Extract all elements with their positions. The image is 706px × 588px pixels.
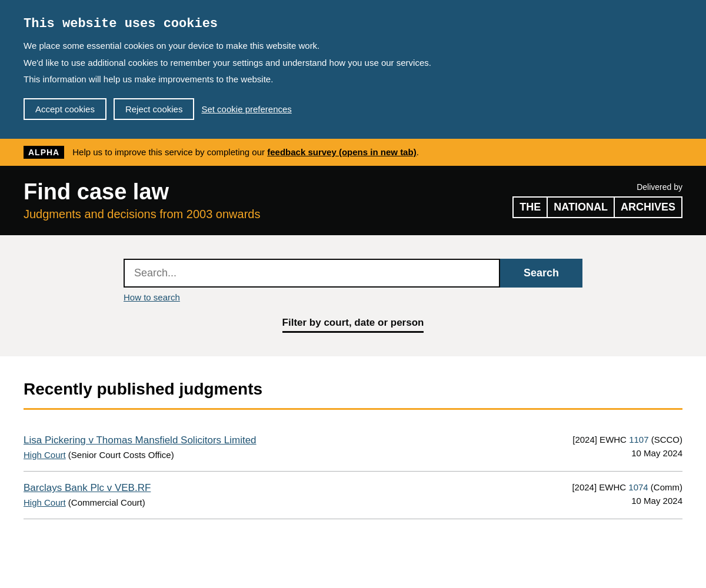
delivered-by-label: Delivered by [512, 182, 682, 192]
tna-the: THE [514, 198, 548, 217]
alpha-banner: ALPHA Help us to improve this service by… [0, 139, 706, 166]
feedback-survey-link[interactable]: feedback survey (opens in new tab) [267, 147, 416, 157]
judgment-item: Lisa Pickering v Thomas Mansfield Solici… [24, 424, 682, 472]
judgment-title-link[interactable]: Barclays Bank Plc v VEB.RF [24, 482, 151, 494]
site-title-block: Find case law Judgments and decisions fr… [24, 180, 260, 222]
cookie-line-1: We place some essential cookies on your … [24, 39, 682, 53]
site-subtitle: Judgments and decisions from 2003 onward… [24, 208, 260, 221]
judgments-section: Recently published judgments Lisa Picker… [0, 356, 706, 519]
judgments-section-title: Recently published judgments [24, 380, 682, 399]
judgment-right: [2024] EWHC 1074 (Comm) 10 May 2024 [572, 482, 682, 506]
court-link[interactable]: High Court [24, 450, 66, 460]
reject-cookies-button[interactable]: Reject cookies [114, 98, 195, 120]
site-header: Find case law Judgments and decisions fr… [0, 166, 706, 236]
judgment-right: [2024] EWHC 1107 (SCCO) 10 May 2024 [572, 435, 682, 458]
judgments-divider [24, 408, 682, 410]
judgment-item: Barclays Bank Plc v VEB.RF High Court (C… [24, 472, 682, 519]
search-section: Search How to search Filter by court, da… [0, 235, 706, 356]
accept-cookies-button[interactable]: Accept cookies [24, 98, 106, 120]
tna-logo: THE NATIONAL ARCHIVES [512, 196, 682, 218]
judgment-date: 10 May 2024 [572, 496, 682, 506]
judgment-title-link[interactable]: Lisa Pickering v Thomas Mansfield Solici… [24, 435, 257, 446]
judgment-left: Lisa Pickering v Thomas Mansfield Solici… [24, 435, 257, 460]
cookie-banner: This website uses cookies We place some … [0, 0, 706, 139]
judgment-court: High Court (Commercial Court) [24, 497, 145, 507]
how-to-search-link[interactable]: How to search [124, 292, 180, 302]
set-cookie-preferences-link[interactable]: Set cookie preferences [201, 104, 291, 114]
cookie-actions: Accept cookies Reject cookies Set cookie… [24, 98, 682, 120]
alpha-tag: ALPHA [24, 146, 64, 159]
alpha-text: Help us to improve this service by compl… [72, 147, 419, 157]
delivered-by-block: Delivered by THE NATIONAL ARCHIVES [512, 182, 682, 218]
cookie-line-2: We'd like to use additional cookies to r… [24, 56, 682, 70]
cookie-banner-title: This website uses cookies [24, 16, 682, 31]
cookie-line-3: This information will help us make impro… [24, 73, 682, 86]
search-form: Search [124, 259, 582, 288]
tna-archives: ARCHIVES [615, 198, 681, 217]
site-title: Find case law [24, 180, 260, 205]
court-link[interactable]: High Court [24, 497, 66, 507]
search-button[interactable]: Search [500, 259, 582, 288]
judgment-citation: [2024] EWHC 1074 (Comm) [572, 482, 682, 492]
judgment-left: Barclays Bank Plc v VEB.RF High Court (C… [24, 482, 151, 508]
judgment-citation: [2024] EWHC 1107 (SCCO) [572, 435, 682, 445]
judgment-date: 10 May 2024 [572, 448, 682, 458]
search-input[interactable] [124, 259, 500, 288]
judgment-court: High Court (Senior Court Costs Office) [24, 450, 174, 460]
filter-link[interactable]: Filter by court, date or person [282, 317, 424, 333]
tna-national: NATIONAL [548, 198, 615, 217]
how-to-search-container: How to search [124, 292, 582, 303]
